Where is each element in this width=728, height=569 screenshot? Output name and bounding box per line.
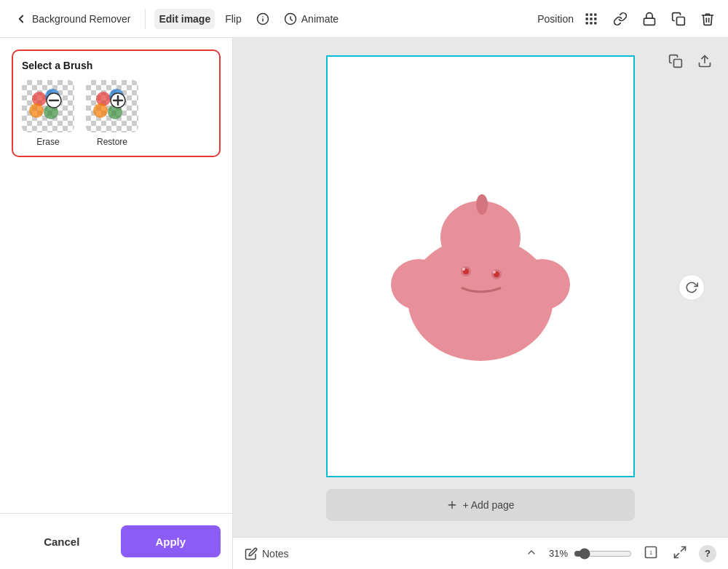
svg-rect-4	[586, 13, 588, 15]
svg-rect-9	[594, 17, 596, 20]
canvas-scroll[interactable]: + Add page	[233, 38, 728, 537]
plus-icon	[446, 499, 458, 511]
svg-rect-8	[590, 17, 592, 20]
notes-button[interactable]: Notes	[245, 547, 289, 560]
zoom-controls: 31%	[549, 548, 632, 560]
apply-button[interactable]: Apply	[121, 525, 221, 557]
flip-button[interactable]: Flip	[221, 9, 246, 29]
svg-point-35	[476, 194, 488, 215]
restore-brush-svg	[90, 84, 134, 128]
erase-brush-svg	[26, 84, 70, 128]
edit-image-label: Edit image	[159, 13, 210, 25]
help-button[interactable]: ?	[699, 545, 716, 562]
page-indicator-button[interactable]: 1	[641, 542, 661, 565]
expand-icon	[673, 545, 687, 560]
back-button[interactable]: Background Remover	[9, 8, 136, 30]
svg-rect-11	[590, 22, 592, 24]
info-button[interactable]	[252, 8, 274, 30]
restore-brush-option[interactable]: Restore	[86, 80, 138, 147]
main-content: Select a Brush	[0, 38, 728, 569]
sidebar: Select a Brush	[0, 38, 233, 569]
animate-label: Animate	[301, 13, 339, 25]
svg-rect-7	[586, 17, 588, 20]
back-label: Background Remover	[32, 13, 130, 25]
lock-icon	[642, 12, 657, 26]
svg-line-46	[681, 547, 686, 552]
restore-label: Restore	[97, 137, 127, 147]
chevron-left-icon	[15, 12, 28, 25]
toolbar-right: Position	[537, 7, 719, 31]
sidebar-footer: Cancel Apply	[0, 513, 232, 569]
svg-rect-12	[594, 22, 596, 24]
brush-options: Erase	[22, 80, 210, 147]
expand-button[interactable]	[670, 542, 690, 565]
animate-button[interactable]: Animate	[280, 8, 343, 30]
chevron-up-icon	[526, 546, 537, 558]
svg-rect-6	[594, 13, 596, 15]
grid-icon	[584, 12, 598, 26]
delete-button[interactable]	[696, 7, 719, 31]
erase-checker-bg	[22, 80, 74, 132]
svg-point-33	[515, 259, 570, 310]
page-canvas	[326, 55, 635, 477]
ditto-character-svg	[386, 161, 575, 372]
svg-text:1: 1	[649, 549, 652, 556]
canvas-top-icons	[664, 49, 716, 75]
svg-rect-5	[590, 13, 592, 15]
copy-icon	[671, 12, 686, 26]
help-icon: ?	[705, 548, 711, 559]
svg-point-24	[93, 103, 108, 118]
flip-label: Flip	[225, 13, 242, 25]
svg-point-41	[493, 271, 496, 274]
animate-icon	[284, 12, 297, 25]
svg-rect-13	[644, 18, 655, 25]
notes-icon	[245, 547, 258, 560]
cancel-button[interactable]: Cancel	[12, 525, 112, 557]
svg-rect-14	[677, 17, 685, 25]
svg-rect-29	[674, 60, 682, 68]
svg-point-40	[462, 268, 465, 271]
restore-brush-icon-wrap	[86, 80, 138, 132]
restore-checker-bg	[86, 80, 138, 132]
canvas-export-icon	[697, 54, 712, 68]
erase-label: Erase	[36, 137, 59, 147]
top-toolbar: Background Remover Edit image Flip Anima…	[0, 0, 728, 38]
position-label: Position	[537, 13, 574, 25]
canvas-copy-icon	[668, 54, 683, 68]
grid-button[interactable]	[579, 7, 603, 31]
zoom-slider[interactable]	[574, 548, 632, 560]
link-icon	[613, 12, 628, 26]
lock-button[interactable]	[638, 7, 661, 31]
notes-label: Notes	[262, 548, 289, 560]
scroll-up-button[interactable]	[523, 544, 540, 563]
zoom-label: 31%	[549, 548, 568, 559]
erase-brush-option[interactable]: Erase	[22, 80, 74, 147]
status-bar: Notes 31% 1	[233, 537, 728, 569]
info-icon	[256, 12, 269, 25]
brush-section: Select a Brush	[12, 49, 221, 157]
refresh-button[interactable]	[678, 274, 705, 301]
status-right: 31% 1 ?	[523, 542, 716, 565]
sidebar-inner: Select a Brush	[0, 38, 232, 513]
copy-button[interactable]	[667, 7, 690, 31]
link-button[interactable]	[609, 7, 632, 31]
svg-rect-10	[586, 22, 588, 24]
canvas-area: + Add page Notes 31% 1	[233, 38, 728, 569]
trash-icon	[700, 12, 715, 26]
brush-section-title: Select a Brush	[22, 60, 210, 71]
edit-image-button[interactable]: Edit image	[154, 9, 215, 29]
svg-point-32	[391, 259, 446, 310]
svg-point-18	[29, 103, 44, 118]
add-page-label: + Add page	[462, 499, 514, 511]
refresh-icon	[685, 281, 698, 294]
svg-line-47	[675, 554, 679, 558]
canvas-export-button[interactable]	[693, 49, 716, 75]
canvas-copy-button[interactable]	[664, 49, 687, 75]
add-page-button[interactable]: + Add page	[326, 489, 635, 521]
page-icon: 1	[644, 545, 658, 560]
erase-brush-icon-wrap	[22, 80, 74, 132]
toolbar-divider	[145, 9, 146, 29]
